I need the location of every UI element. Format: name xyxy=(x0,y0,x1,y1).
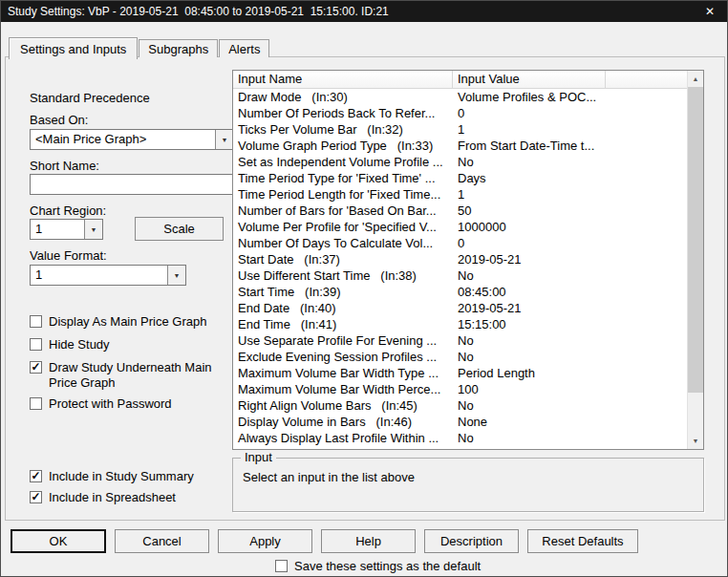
tab-alerts[interactable]: Alerts xyxy=(219,39,269,57)
based-on-select[interactable]: <Main Price Graph> ▼ xyxy=(30,129,234,150)
chevron-down-icon[interactable]: ▼ xyxy=(215,130,233,149)
input-value-cell: 2019-05-21 xyxy=(453,251,606,267)
scale-button[interactable]: Scale xyxy=(135,217,224,241)
table-header: Input Name Input Value xyxy=(233,71,687,89)
value-format-select[interactable]: 1 ▼ xyxy=(30,265,186,286)
checkbox-label: Include in Study Summary xyxy=(49,469,194,484)
help-button[interactable]: Help xyxy=(321,529,416,553)
checkbox-include-in-study-summary[interactable]: ✓Include in Study Summary xyxy=(30,469,235,484)
apply-button[interactable]: Apply xyxy=(218,529,312,553)
table-row[interactable]: Use Separate Profile For Evening ...No xyxy=(233,332,687,349)
table-row[interactable]: End Date (In:40)2019-05-21 xyxy=(233,300,687,316)
ok-button[interactable]: OK xyxy=(11,529,106,553)
short-name-input[interactable] xyxy=(30,174,234,195)
table-row[interactable]: Start Date (In:37)2019-05-21 xyxy=(233,251,687,267)
checkbox-checked-icon[interactable]: ✓ xyxy=(30,491,42,503)
table-row[interactable]: Maximum Volume Bar Width Perce...100 xyxy=(233,381,687,397)
window-title: Study Settings: VbP - 2019-05-21 08:45:0… xyxy=(8,5,389,18)
input-name-cell: Right Align Volume Bars (In:45) xyxy=(233,397,453,414)
input-groupbox: Input Select an input in the list above xyxy=(232,458,704,512)
checkbox-hide-study[interactable]: Hide Study xyxy=(30,337,230,353)
table-row[interactable]: Number Of Periods Back To Refer...0 xyxy=(233,105,687,121)
input-name-cell: Volume Bar Calculation Method (In... xyxy=(233,446,453,449)
checkbox-label: Include in Spreadsheet xyxy=(49,490,176,505)
cancel-button[interactable]: Cancel xyxy=(115,529,209,553)
table-row[interactable]: Draw Mode (In:30)Volume Profiles & POC..… xyxy=(233,89,687,105)
table-row[interactable]: Use Different Start Time (In:38)No xyxy=(233,267,687,284)
table-row[interactable]: Time Period Type for 'Fixed Time' ...Day… xyxy=(233,170,687,186)
chart-region-label: Chart Region: xyxy=(30,203,106,218)
input-groupbox-title: Input xyxy=(241,451,276,464)
table-row[interactable]: Always Display Last Profile Within ...No xyxy=(233,430,687,446)
dialog-buttons: OKCancelApplyHelpDescriptionReset Defaul… xyxy=(1,529,727,553)
checkbox-display-as-main-price-graph[interactable]: Display As Main Price Graph xyxy=(30,314,230,330)
input-value-cell: 0 xyxy=(453,235,606,251)
input-name-cell: Volume Per Profile for 'Specified V... xyxy=(233,219,453,235)
scrollbar-thumb[interactable] xyxy=(688,87,703,393)
input-name-cell: Set as Independent Volume Profile ... xyxy=(233,154,453,170)
checkbox-include-in-spreadsheet[interactable]: ✓Include in Spreadsheet xyxy=(30,490,235,505)
reset-defaults-button[interactable]: Reset Defaults xyxy=(527,529,638,553)
table-row[interactable]: Ticks Per Volume Bar (In:32)1 xyxy=(233,121,687,138)
input-name-cell: Ticks Per Volume Bar (In:32) xyxy=(233,121,453,138)
checkbox-draw-study-underneath-main-price-graph[interactable]: ✓Draw Study Underneath Main Price Graph xyxy=(30,360,216,391)
input-value-cell: 1 xyxy=(453,186,606,203)
input-name-cell: Maximum Volume Bar Width Perce... xyxy=(233,381,453,397)
checkbox-checked-icon[interactable]: ✓ xyxy=(30,470,42,482)
table-row[interactable]: Maximum Volume Bar Width Type ...Period … xyxy=(233,365,687,381)
tab-strip: Settings and InputsSubgraphsAlerts xyxy=(9,36,270,57)
checkbox-box[interactable] xyxy=(30,315,42,328)
input-value-cell: No xyxy=(453,349,606,365)
table-scrollbar[interactable]: ▲ ▼ xyxy=(687,71,703,449)
checkbox-box[interactable] xyxy=(275,560,288,572)
checkbox-box[interactable] xyxy=(30,397,42,410)
titlebar[interactable]: Study Settings: VbP - 2019-05-21 08:45:0… xyxy=(1,1,727,22)
input-value-cell: From Start Date-Time t... xyxy=(453,138,606,154)
table-row[interactable]: End Time (In:41)15:15:00 xyxy=(233,316,687,332)
input-value-cell: 1 xyxy=(453,121,606,138)
column-header-input-name[interactable]: Input Name xyxy=(233,71,453,88)
column-header-input-value[interactable]: Input Value xyxy=(453,71,606,88)
input-value-cell: Volume Profiles & POC... xyxy=(453,89,606,105)
table-row[interactable]: Set as Independent Volume Profile ...No xyxy=(233,154,687,170)
checkbox-checked-icon[interactable]: ✓ xyxy=(30,361,42,374)
standard-precedence-label: Standard Precedence xyxy=(30,91,150,105)
checkbox-label: Display As Main Price Graph xyxy=(49,314,206,330)
table-row[interactable]: Time Period Length for 'Fixed Time...1 xyxy=(233,186,687,203)
input-value-cell: 50 xyxy=(453,203,606,219)
table-row[interactable]: Number of Bars for 'Based On Bar...50 xyxy=(233,203,687,219)
input-name-cell: Number Of Days To Calculate Vol... xyxy=(233,235,453,251)
tab-subgraphs[interactable]: Subgraphs xyxy=(139,39,218,57)
chevron-down-icon[interactable]: ▼ xyxy=(84,220,102,239)
table-row[interactable]: Volume Bar Calculation Method (In...Tota… xyxy=(233,446,687,449)
chevron-down-icon[interactable]: ▼ xyxy=(167,266,185,285)
table-row[interactable]: Exclude Evening Session Profiles ...No xyxy=(233,349,687,365)
table-row[interactable]: Display Volume in Bars (In:46)None xyxy=(233,414,687,430)
input-name-cell: End Date (In:40) xyxy=(233,300,453,316)
scrollbar-down-icon[interactable]: ▼ xyxy=(688,433,703,449)
input-value-cell: No xyxy=(453,332,606,349)
input-name-cell: Use Different Start Time (In:38) xyxy=(233,267,453,284)
table-row[interactable]: Number Of Days To Calculate Vol...0 xyxy=(233,235,687,251)
chart-region-select[interactable]: 1 ▼ xyxy=(30,219,103,240)
input-name-cell: Start Date (In:37) xyxy=(233,251,453,267)
value-format-value: 1 xyxy=(31,266,167,285)
table-row[interactable]: Right Align Volume Bars (In:45)No xyxy=(233,397,687,414)
scrollbar-up-icon[interactable]: ▲ xyxy=(688,71,703,87)
input-name-cell: Draw Mode (In:30) xyxy=(233,89,453,105)
checkbox-protect-with-password[interactable]: Protect with Password xyxy=(30,396,230,412)
close-icon[interactable]: ✕ xyxy=(693,1,727,22)
checkbox-box[interactable] xyxy=(30,338,42,351)
input-value-cell: None xyxy=(453,414,606,430)
table-row[interactable]: Start Time (In:39)08:45:00 xyxy=(233,284,687,300)
description-button[interactable]: Description xyxy=(424,529,519,553)
table-row[interactable]: Volume Per Profile for 'Specified V...10… xyxy=(233,219,687,235)
checkbox-save-these-settings-as-the-default[interactable]: Save these settings as the default xyxy=(275,559,481,574)
input-value-cell: Period Length xyxy=(453,365,606,381)
input-name-cell: Start Time (In:39) xyxy=(233,284,453,300)
tab-settings-and-inputs[interactable]: Settings and Inputs xyxy=(9,37,138,59)
input-name-cell: Time Period Length for 'Fixed Time... xyxy=(233,186,453,203)
inputs-table[interactable]: Input Name Input Value Draw Mode (In:30)… xyxy=(232,70,704,450)
table-row[interactable]: Volume Graph Period Type (In:33)From Sta… xyxy=(233,138,687,154)
input-value-cell: 0 xyxy=(453,105,606,121)
